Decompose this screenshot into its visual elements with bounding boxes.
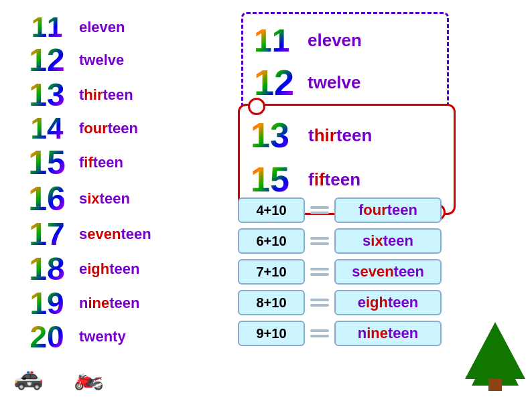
equals-sign <box>310 329 329 337</box>
db-number-12: 12 <box>254 62 301 103</box>
list-item: 14 fourteen <box>20 114 208 143</box>
number-15: 15 <box>20 146 74 179</box>
equation-expr-6plus10: 6+10 <box>238 228 305 254</box>
tree-decoration <box>465 319 525 392</box>
number-11: 11 <box>20 13 74 42</box>
equals-sign <box>310 299 329 307</box>
word-seventeen: seventeen <box>79 226 151 243</box>
equation-answer-fourteen: fourteen <box>334 197 442 223</box>
word-fourteen: fourteen <box>79 120 138 137</box>
word-fifteen: fifteen <box>79 154 123 171</box>
list-item: 18 eighteen <box>20 253 208 285</box>
list-item: 11 eleven <box>20 13 208 42</box>
equation-expr-9plus10: 9+10 <box>238 321 305 346</box>
sb-number-15: 15 <box>251 159 304 200</box>
equation-expr-4plus10: 4+10 <box>238 197 305 223</box>
equation-answer-seventeen: seventeen <box>334 259 442 285</box>
sb-row-15: 15 fifteen <box>251 159 443 200</box>
tree-icon <box>465 319 525 392</box>
police-car-icon: 🚓 <box>13 363 44 391</box>
equation-row-seventeen: 7+10 seventeen <box>238 259 472 285</box>
number-13: 13 <box>20 79 74 111</box>
word-twenty: twenty <box>79 328 126 345</box>
equation-row-eighteen: 8+10 eighteen <box>238 290 472 315</box>
equation-row-sixteen: 6+10 sixteen <box>238 228 472 254</box>
number-list: 11 eleven 12 twelve 13 thirteen 14 fourt… <box>20 13 208 355</box>
sb-word-thirteen: thirteen <box>308 125 372 146</box>
svg-rect-2 <box>488 379 502 391</box>
equation-row-fourteen: 4+10 fourteen <box>238 197 472 223</box>
equals-sign <box>310 237 329 245</box>
word-eighteen: eighteen <box>79 260 140 278</box>
number-14: 14 <box>20 114 74 143</box>
list-item: 12 twelve <box>20 44 208 76</box>
list-item: 15 fifteen <box>20 146 208 179</box>
equation-answer-eighteen: eighteen <box>334 290 442 315</box>
db-row-11: 11 eleven <box>254 22 436 59</box>
equation-expr-7plus10: 7+10 <box>238 259 305 285</box>
number-18: 18 <box>20 253 74 285</box>
list-item: 16 sixteen <box>20 182 208 216</box>
word-sixteen: sixteen <box>79 190 130 208</box>
word-thirteen: thirteen <box>79 86 133 104</box>
equation-answer-sixteen: sixteen <box>334 228 442 254</box>
number-16: 16 <box>20 182 74 216</box>
word-eleven: eleven <box>79 19 125 36</box>
db-word-twelve: twelve <box>308 72 361 93</box>
dashed-highlight-box: 11 eleven 12 twelve <box>241 12 449 116</box>
number-17: 17 <box>20 218 74 250</box>
equals-sign <box>310 268 329 276</box>
sb-row-13: 13 thirteen <box>251 115 443 155</box>
number-12: 12 <box>20 44 74 76</box>
list-item: 19 nineteen <box>20 288 208 319</box>
equals-sign <box>310 206 329 214</box>
sb-word-fifteen: fifteen <box>308 169 360 190</box>
word-twelve: twelve <box>79 52 124 69</box>
number-20: 20 <box>20 321 74 352</box>
equation-expr-8plus10: 8+10 <box>238 290 305 315</box>
db-number-11: 11 <box>254 22 301 59</box>
number-19: 19 <box>20 288 74 319</box>
sb-number-13: 13 <box>251 115 304 155</box>
equation-row-nineteen: 9+10 nineteen <box>238 321 472 346</box>
list-item: 17 seventeen <box>20 218 208 250</box>
list-item: 13 thirteen <box>20 79 208 111</box>
motorcycle-icon: 🏍️ <box>74 363 104 391</box>
db-word-eleven: eleven <box>308 30 362 51</box>
equations-section: 4+10 fourteen 6+10 sixteen 7+10 seventee… <box>238 197 472 351</box>
equation-answer-nineteen: nineteen <box>334 321 442 346</box>
word-nineteen: nineteen <box>79 295 140 312</box>
db-row-12: 12 twelve <box>254 62 436 103</box>
list-item: 20 twenty <box>20 321 208 352</box>
